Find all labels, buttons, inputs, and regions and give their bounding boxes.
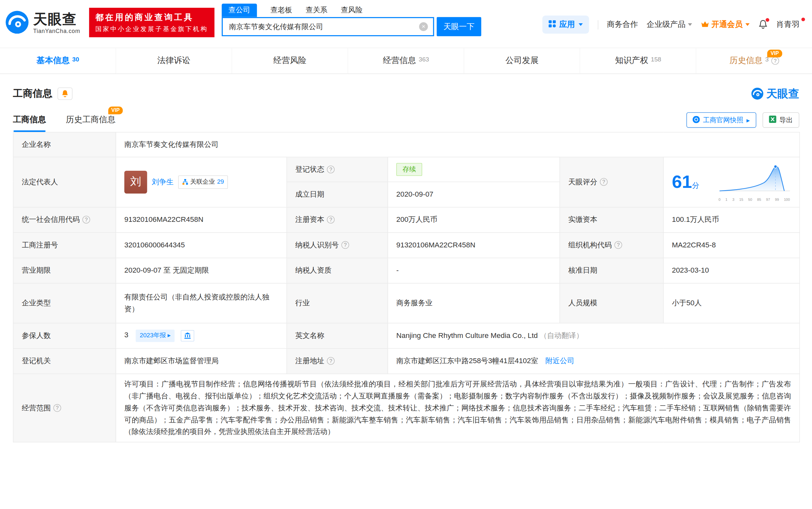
establish-date-value: 2020-09-07: [388, 182, 560, 207]
logo-text: 天眼查 TianYanCha.com: [33, 12, 80, 34]
tab-legal[interactable]: 法律诉讼: [116, 48, 232, 73]
paid-capital-label: 实缴资本: [560, 207, 663, 232]
excel-icon: [769, 115, 776, 125]
vip-label: 开通会员: [712, 20, 743, 29]
table-row: 企业名称 南京车节奏文化传媒有限公司: [13, 132, 800, 157]
search-input[interactable]: [222, 17, 434, 36]
help-icon[interactable]: ?: [600, 178, 608, 186]
registry-value: 南京市建邺区市场监督管理局: [116, 348, 287, 374]
username[interactable]: 肖青羽: [776, 20, 800, 29]
nearby-companies-link[interactable]: 附近公司: [545, 357, 574, 365]
notification-bell[interactable]: [758, 20, 768, 29]
search-tab-boss[interactable]: 查老板: [270, 4, 292, 17]
chevron-down-icon: [745, 23, 750, 26]
table-row: 统一社会信用代码? 91320106MA22CR458N 注册资本? 200万人…: [13, 207, 800, 232]
help-icon[interactable]: ?: [327, 357, 335, 365]
promo-line-1: 都在用的商业查询工具: [95, 11, 208, 24]
promo-line-2: 国家中小企业发展子基金旗下机构: [95, 24, 208, 34]
search-tab-risk[interactable]: 查风险: [341, 4, 363, 17]
paid-capital-value: 100.1万人民币: [663, 207, 800, 232]
related-companies-chip[interactable]: 关联企业 29: [178, 175, 228, 189]
business-info-table: 企业名称 南京车节奏文化传媒有限公司 法定代表人 刘 刘争生 关联企业 29: [13, 132, 800, 442]
insured-cell: 3 2023年报▸: [116, 323, 287, 348]
subtab-history-business-info[interactable]: VIP 历史工商信息: [66, 114, 116, 132]
clear-search-icon[interactable]: ×: [419, 22, 428, 31]
taxpayer-id-value: 91320106MA22CR458N: [388, 233, 560, 258]
reg-number-value: 320106000644345: [116, 233, 287, 258]
search-button[interactable]: 天眼一下: [437, 17, 481, 36]
company-type-label: 企业类型: [13, 283, 116, 323]
arrow-right-icon: ▸: [747, 116, 750, 124]
page: 天眼查 TianYanCha.com 都在用的商业查询工具 国家中小企业发展子基…: [0, 0, 812, 509]
help-icon[interactable]: ?: [327, 166, 335, 173]
user-badge-dot: [801, 18, 805, 21]
tab-company-development[interactable]: 公司发展: [464, 48, 580, 73]
company-type-value: 有限责任公司（非自然人投资或控股的法人独资）: [116, 283, 287, 323]
header: 天眼查 TianYanCha.com 都在用的商业查询工具 国家中小企业发展子基…: [0, 0, 812, 47]
table-row: 法定代表人 刘 刘争生 关联企业 29 登记状态?: [13, 157, 800, 182]
biz-term-label: 营业期限: [13, 258, 116, 283]
help-icon[interactable]: ?: [82, 216, 90, 224]
help-icon[interactable]: ?: [615, 241, 622, 249]
subscribe-bell-button[interactable]: [58, 87, 72, 100]
enterprise-label: 企业级产品: [647, 20, 686, 29]
search-row: × 天眼一下: [222, 17, 481, 36]
subtab-business-info[interactable]: 工商信息: [13, 114, 46, 132]
staff-size-label: 人员规模: [560, 283, 663, 323]
biz-term-value: 2020-09-07 至 无固定期限: [116, 258, 287, 283]
search-block: 查公司 查老板 查关系 查风险 × 天眼一下: [222, 3, 481, 36]
legal-rep-cell: 刘 刘争生 关联企业 29: [116, 157, 287, 207]
approval-date-label: 核准日期: [560, 258, 663, 283]
search-tab-relation[interactable]: 查关系: [306, 4, 327, 17]
header-right-nav: 应用 商务合作 企业级产品 开通会员 肖青羽: [542, 15, 800, 34]
registry-label: 登记机关: [13, 348, 116, 374]
search-tab-company[interactable]: 查公司: [222, 4, 257, 17]
snapshot-icon: [692, 116, 700, 125]
address-cell: 南京市建邺区江东中路258号3幢41层4102室 附近公司: [388, 348, 800, 374]
auto-translate-note: （自动翻译）: [540, 331, 583, 340]
help-icon[interactable]: ?: [54, 404, 61, 412]
tab-basic-info[interactable]: 基本信息30: [0, 48, 116, 73]
staff-size-value: 小于50人: [663, 283, 800, 323]
tab-history-info[interactable]: VIP 历史信息3 ?: [696, 48, 812, 73]
legal-rep-label: 法定代表人: [13, 157, 116, 207]
nav-cooperation[interactable]: 商务合作: [607, 20, 638, 29]
nav-enterprise[interactable]: 企业级产品: [647, 20, 692, 29]
reg-status-value: 存续: [388, 157, 560, 182]
table-row: 工商注册号 320106000644345 纳税人识别号? 91320106MA…: [13, 233, 800, 258]
official-snapshot-button[interactable]: 工商官网快照 ▸: [686, 112, 756, 128]
score-label: 天眼评分?: [560, 157, 663, 207]
bell-icon: [61, 90, 69, 98]
annual-report-chip[interactable]: 2023年报▸: [136, 330, 175, 342]
help-icon[interactable]: ?: [771, 57, 779, 65]
help-icon[interactable]: ?: [327, 216, 335, 224]
divider: [598, 20, 598, 29]
tianyancha-logo-icon: [751, 87, 763, 100]
score-cell: 61分: [663, 157, 800, 207]
open-vip-button[interactable]: 开通会员: [700, 20, 749, 29]
bank-icon: [184, 332, 191, 339]
legal-rep-name-link[interactable]: 刘争生: [152, 176, 174, 188]
insured-label: 参保人数: [13, 323, 116, 348]
table-row: 经营范围? 许可项目：广播电视节目制作经营；信息网络传播视听节目（依法须经批准的…: [13, 374, 800, 442]
tab-operating-risk[interactable]: 经营风险: [231, 48, 348, 73]
watermark-brand: 天眼查: [751, 86, 799, 101]
score-number: 61分: [672, 172, 699, 192]
table-row: 企业类型 有限责任公司（非自然人投资或控股的法人独资） 行业 商务服务业 人员规…: [13, 283, 800, 323]
help-icon[interactable]: ?: [341, 241, 349, 249]
english-name-cell: Nanjing Che Rhythm Culture Media Co., Lt…: [388, 323, 800, 348]
tab-business-info[interactable]: 经营信息363: [348, 48, 464, 73]
export-button[interactable]: 导出: [762, 112, 799, 128]
english-name-label: 英文名称: [287, 323, 388, 348]
chevron-down-icon: [578, 23, 583, 26]
apps-button[interactable]: 应用: [542, 15, 589, 34]
section-header: 工商信息 天眼查: [13, 86, 799, 101]
company-name-value: 南京车节奏文化传媒有限公司: [116, 132, 800, 157]
tianyancha-logo[interactable]: 天眼查 TianYanCha.com: [5, 10, 80, 36]
promo-banner: 都在用的商业查询工具 国家中小企业发展子基金旗下机构: [89, 8, 214, 37]
taxpayer-id-label: 纳税人识别号?: [287, 233, 388, 258]
scope-value: 许可项目：广播电视节目制作经营；信息网络传播视听节目（依法须经批准的项目，经相关…: [116, 374, 800, 442]
social-insurance-icon-button[interactable]: [181, 330, 195, 341]
tab-intellectual-property[interactable]: 知识产权158: [580, 48, 696, 73]
tianyancha-logo-icon: [5, 10, 29, 36]
